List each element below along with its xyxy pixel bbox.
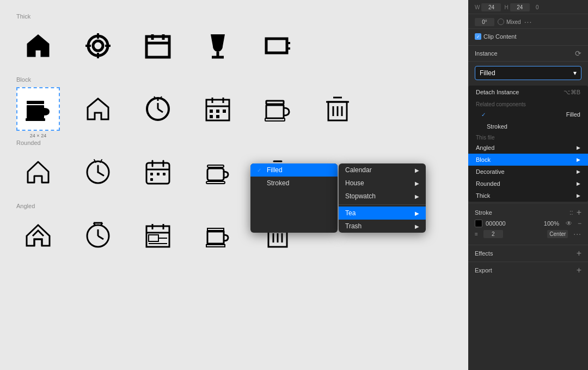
section-block: Block 24 × 24 (16, 76, 452, 131)
menu-item-trash[interactable]: Trash ▶ (339, 220, 426, 233)
menu-item-filled[interactable]: ✓ Filled (250, 163, 338, 177)
svg-rect-55 (207, 165, 224, 167)
icon-tea-rounded[interactable] (196, 150, 240, 194)
check-icon: ✓ (257, 167, 264, 173)
menu-item-tea-active[interactable]: Tea ▶ (339, 207, 426, 220)
icon-target-thick[interactable] (76, 24, 120, 68)
export-add-btn[interactable]: + (577, 265, 581, 275)
svg-rect-33 (266, 101, 284, 104)
icon-calendar-angled[interactable] (136, 214, 180, 257)
section-label-block: Block (16, 76, 452, 83)
checkbox-icon: ✓ (475, 33, 481, 40)
comp-rounded-item[interactable]: Rounded ▶ (468, 178, 588, 190)
instance-dropdown[interactable]: Filled ▾ (475, 66, 581, 80)
svg-line-66 (98, 236, 103, 239)
svg-point-1 (93, 41, 103, 51)
instance-icon[interactable]: ⟳ (575, 49, 581, 58)
svg-rect-53 (163, 173, 166, 175)
comp-block-item[interactable]: Block ▶ (468, 154, 588, 166)
canvas-area: Thick (0, 0, 468, 370)
stroke-more-btn[interactable]: ··· (573, 229, 581, 238)
icon-house-angled[interactable] (16, 214, 60, 257)
clip-content-checkbox[interactable]: ✓ Clip Content (475, 33, 581, 40)
icon-wine-thick[interactable] (196, 24, 240, 68)
more-options-btn[interactable]: ··· (524, 17, 532, 26)
height-group: H 24 (504, 3, 529, 11)
stroke-add-btn[interactable]: + (577, 208, 581, 217)
width-input[interactable]: 24 (481, 3, 501, 11)
rotation-row: Mixed ··· (468, 14, 588, 29)
menu-item-stopwatch[interactable]: Stopwatch ▶ (339, 190, 426, 203)
menu-item-stroked[interactable]: Stroked (250, 177, 338, 190)
icon-tea-block[interactable] (256, 87, 299, 131)
icon-clock-rounded[interactable] (76, 150, 120, 194)
icon-tea-selected[interactable]: 24 × 24 (16, 87, 60, 131)
instance-title: Instance (475, 50, 498, 57)
svg-rect-6 (146, 37, 169, 57)
comp-filled-item[interactable]: ✓ Filled (468, 108, 588, 120)
stroke-weight-input[interactable] (483, 230, 503, 238)
icon-battery-thick[interactable] (256, 24, 299, 68)
svg-rect-51 (150, 173, 153, 175)
svg-rect-57 (206, 181, 225, 184)
svg-rect-56 (207, 168, 224, 180)
arrow-icon: ▶ (415, 167, 419, 173)
stroke-align-dropdown[interactable]: Center (547, 230, 568, 238)
svg-rect-52 (157, 173, 160, 175)
comp-angled-item[interactable]: Angled ▶ (468, 142, 588, 154)
detach-instance-item[interactable]: Detach Instance ⌥⌘B (468, 86, 588, 99)
export-section: Export + (468, 262, 588, 278)
height-input[interactable]: 24 (510, 3, 530, 11)
menu-item-house[interactable]: House ▶ (339, 177, 426, 190)
svg-point-0 (88, 36, 108, 56)
stroke-remove-btn[interactable]: − (578, 220, 581, 227)
icon-house-thick[interactable] (16, 24, 60, 68)
constraint-icon: 0 (533, 3, 542, 11)
right-panel: W 24 H 24 0 Mixed ··· ✓ Clip Content Ins… (468, 0, 588, 370)
svg-rect-12 (266, 39, 287, 53)
icon-calendar-block[interactable] (196, 87, 240, 131)
comp-decorative-item[interactable]: Decorative ▶ (468, 166, 588, 178)
icon-trash-block[interactable] (316, 87, 359, 131)
svg-rect-74 (149, 235, 158, 241)
svg-rect-15 (27, 101, 44, 104)
svg-line-21 (158, 109, 163, 112)
comp-stroked-item[interactable]: Stroked (468, 120, 588, 132)
detach-label: Detach Instance (476, 89, 519, 96)
stroke-color-swatch[interactable] (475, 220, 482, 227)
icon-clock-block[interactable] (136, 87, 180, 131)
icon-calendar-thick[interactable] (136, 24, 180, 68)
section-thick: Thick (16, 13, 452, 68)
stroke-color-row: 000000 100% 👁 − (475, 220, 581, 227)
size-label: 24 × 24 (30, 133, 46, 138)
menu-item-calendar[interactable]: Calendar ▶ (339, 163, 426, 177)
clip-content-label: Clip Content (483, 33, 517, 40)
component-browser-area: Detach Instance ⌥⌘B Related components ✓… (468, 84, 588, 203)
related-section-label: Related components (468, 99, 588, 108)
icon-house-rounded[interactable] (16, 150, 60, 194)
svg-rect-34 (266, 105, 284, 118)
stroke-color-value: 000000 (486, 220, 506, 227)
svg-rect-31 (210, 115, 213, 118)
component-browser: Detach Instance ⌥⌘B Related components ✓… (468, 86, 588, 202)
svg-rect-79 (206, 245, 225, 247)
stroke-grid-icon[interactable]: :: (569, 209, 573, 216)
comp-thick-item[interactable]: Thick ▶ (468, 190, 588, 202)
icon-house-block[interactable] (76, 87, 120, 131)
mixed-radio[interactable] (498, 19, 504, 25)
section-label-rounded: Rounded (16, 139, 452, 146)
svg-rect-30 (223, 110, 226, 113)
instance-value: Filled (480, 69, 495, 77)
effects-section: Effects + (468, 245, 588, 262)
icon-clock-angled[interactable] (76, 214, 120, 257)
icon-calendar-rounded[interactable] (136, 150, 180, 194)
effects-add-btn[interactable]: + (577, 248, 581, 258)
svg-rect-28 (210, 110, 213, 113)
menu-separator (339, 204, 426, 205)
icon-tea-angled[interactable] (196, 214, 240, 257)
rotation-input[interactable] (475, 18, 494, 26)
width-group: W 24 (475, 3, 501, 11)
svg-line-44 (98, 172, 103, 175)
svg-rect-35 (265, 118, 285, 121)
eye-icon[interactable]: 👁 (566, 220, 572, 227)
